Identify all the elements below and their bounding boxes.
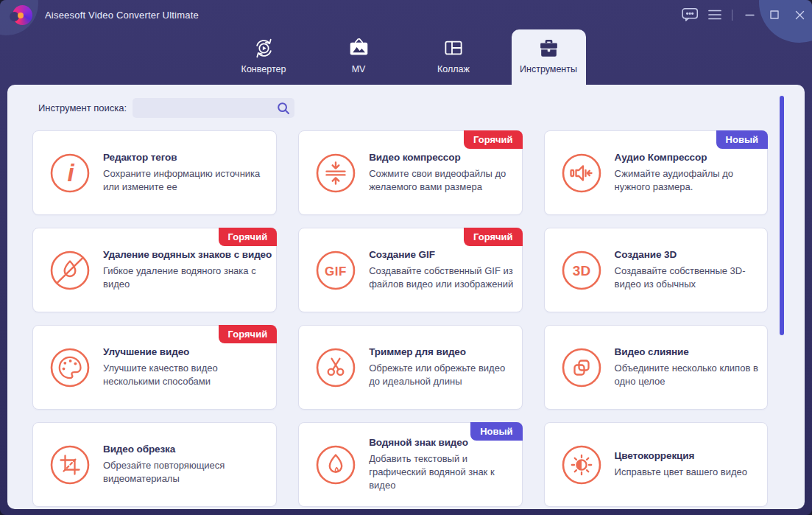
card-text: Аудио КомпрессорСжимайте аудиофайлы до н… [615, 152, 767, 194]
svg-text:i: i [67, 159, 74, 186]
badge-hot: Горячий [464, 130, 523, 149]
tool-card[interactable]: Видео компрессорСожмите свои видеофайлы … [298, 130, 522, 215]
app-logo-icon [13, 5, 32, 25]
badge-hot: Горячий [219, 325, 278, 343]
close-button[interactable] [787, 0, 812, 29]
maximize-button[interactable] [762, 0, 787, 29]
controls-separator [732, 10, 732, 21]
tool-description: Создавайте собственные 3D-видео из обычн… [615, 264, 763, 291]
card-text: Улучшение видеоУлучшите качество видео н… [103, 346, 271, 388]
card-text: Триммер для видеоОбрежьте или обрежьте в… [369, 346, 521, 388]
search-label: Инструмент поиска: [38, 102, 127, 113]
tool-title: Триммер для видео [369, 346, 517, 357]
badge-new: Новый [716, 130, 768, 149]
card-text: Удаление водяных знаков с видеоГибкое уд… [103, 249, 276, 291]
badge-new: Новый [470, 422, 522, 441]
tool-card[interactable]: Видео слияниеОбъедините несколько клипов… [544, 325, 768, 410]
tool-card[interactable]: Видео обрезкаОбрезайте повторяющиеся вид… [32, 422, 277, 507]
tool-title: Редактор тегов [103, 152, 266, 163]
tab-коллаж[interactable]: Коллаж [417, 29, 491, 85]
3d-icon: 3D [561, 250, 602, 291]
scissors-icon [315, 347, 356, 388]
tool-description: Создавайте собственный GIF из файлов вид… [369, 264, 517, 291]
search-icon[interactable] [276, 101, 290, 115]
window-controls [677, 0, 812, 29]
card-text: Редактор теговСохраните информацию источ… [103, 152, 271, 194]
svg-text:3D: 3D [572, 263, 590, 278]
search-row: Инструмент поиска: [38, 98, 768, 118]
tool-card[interactable]: Улучшение видеоУлучшите качество видео н… [32, 325, 277, 410]
tab-label: MV [352, 64, 366, 74]
hamburger-icon [708, 10, 721, 20]
content-panel: Инструмент поиска: iРедактор теговСохран… [7, 85, 805, 509]
color-correction-icon [561, 444, 602, 486]
chat-icon [682, 7, 699, 22]
tool-title: Создание GIF [369, 249, 517, 260]
maximize-icon [770, 10, 779, 19]
card-text: Видео обрезкаОбрезайте повторяющиеся вид… [103, 444, 271, 486]
window-title: Aiseesoft Video Converter Ultimate [45, 10, 199, 21]
toolbox-icon [537, 36, 560, 60]
palette-icon [49, 347, 91, 388]
no-watermark-icon [49, 250, 91, 291]
audio-compress-icon [561, 153, 602, 194]
card-text: Водяной знак видеоДобавить текстовый и г… [369, 437, 521, 492]
mv-icon [347, 36, 370, 60]
tool-card[interactable]: Триммер для видеоОбрежьте или обрежьте в… [298, 325, 522, 410]
app-window: Aiseesoft Video Converter Ultimate Конве… [0, 0, 812, 515]
tool-card[interactable]: GIFСоздание GIFСоздавайте собственный GI… [298, 228, 522, 312]
minimize-button[interactable] [737, 0, 762, 29]
tab-label: Инструменты [520, 64, 577, 74]
tool-description: Сожмите свои видеофайлы до желаемого вам… [369, 167, 517, 194]
tool-title: Видео слияние [615, 346, 763, 357]
tool-title: Улучшение видео [103, 346, 266, 357]
tool-description: Обрежьте или обрежьте видео до идеальной… [369, 362, 517, 388]
tool-description: Исправьте цвет вашего видео [615, 466, 747, 479]
converter-icon [253, 36, 275, 60]
tools-grid: iРедактор теговСохраните информацию исто… [32, 130, 768, 507]
tool-title: Создание 3D [615, 249, 763, 260]
tab-конвертер[interactable]: Конвертер [227, 29, 301, 85]
tool-description: Улучшите качество видео несколькими спос… [103, 362, 266, 388]
tool-card[interactable]: Удаление водяных знаков с видеоГибкое уд… [32, 228, 277, 312]
tool-card[interactable]: 3DСоздание 3DСоздавайте собственные 3D-в… [544, 228, 768, 312]
tool-title: Видео компрессор [369, 152, 517, 163]
feedback-button[interactable] [677, 0, 702, 29]
scrollbar-thumb[interactable] [780, 96, 784, 335]
compress-icon [315, 153, 356, 194]
tool-card[interactable]: ЦветокоррекцияИсправьте цвет вашего виде… [544, 422, 768, 507]
menu-button[interactable] [702, 0, 727, 29]
tool-card[interactable]: Аудио КомпрессорСжимайте аудиофайлы до н… [544, 130, 768, 215]
crop-icon [49, 444, 91, 486]
tool-card[interactable]: iРедактор теговСохраните информацию исто… [32, 130, 277, 215]
tab-label: Коллаж [437, 64, 470, 74]
tab-label: Конвертер [241, 64, 286, 74]
tool-title: Аудио Компрессор [615, 152, 763, 163]
tool-title: Цветокоррекция [615, 450, 747, 461]
tab-bar: КонвертерMVКоллажИнструменты [0, 29, 812, 85]
tool-title: Видео обрезка [103, 444, 266, 455]
tab-mv[interactable]: MV [322, 29, 396, 85]
tool-description: Сохраните информацию источника или измен… [103, 167, 266, 194]
card-text: Видео компрессорСожмите свои видеофайлы … [369, 152, 521, 194]
badge-hot: Горячий [219, 228, 278, 246]
tab-инструменты[interactable]: Инструменты [512, 29, 586, 85]
search-box [133, 98, 294, 118]
tool-description: Объедините несколько клипов в одно целое [615, 362, 763, 388]
watermark-icon [315, 444, 356, 486]
card-text: ЦветокоррекцияИсправьте цвет вашего виде… [615, 450, 752, 479]
minimize-icon [745, 10, 755, 19]
card-text: Видео слияниеОбъедините несколько клипов… [615, 346, 767, 388]
titlebar: Aiseesoft Video Converter Ultimate [0, 0, 812, 29]
tool-description: Добавить текстовый и графический водяной… [369, 452, 517, 492]
search-input[interactable] [133, 98, 294, 118]
card-text: Создание GIFСоздавайте собственный GIF и… [369, 249, 521, 291]
tool-card[interactable]: Водяной знак видеоДобавить текстовый и г… [298, 422, 522, 507]
card-text: Создание 3DСоздавайте собственные 3D-вид… [615, 249, 767, 291]
tool-description: Гибкое удаление водяного знака с видео [103, 264, 266, 291]
tool-description: Обрезайте повторяющиеся видеоматериалы [103, 459, 266, 486]
collage-icon [442, 36, 465, 60]
tool-description: Сжимайте аудиофайлы до нужного размера. [615, 167, 763, 194]
svg-text:GIF: GIF [325, 264, 347, 278]
close-icon [795, 10, 805, 20]
